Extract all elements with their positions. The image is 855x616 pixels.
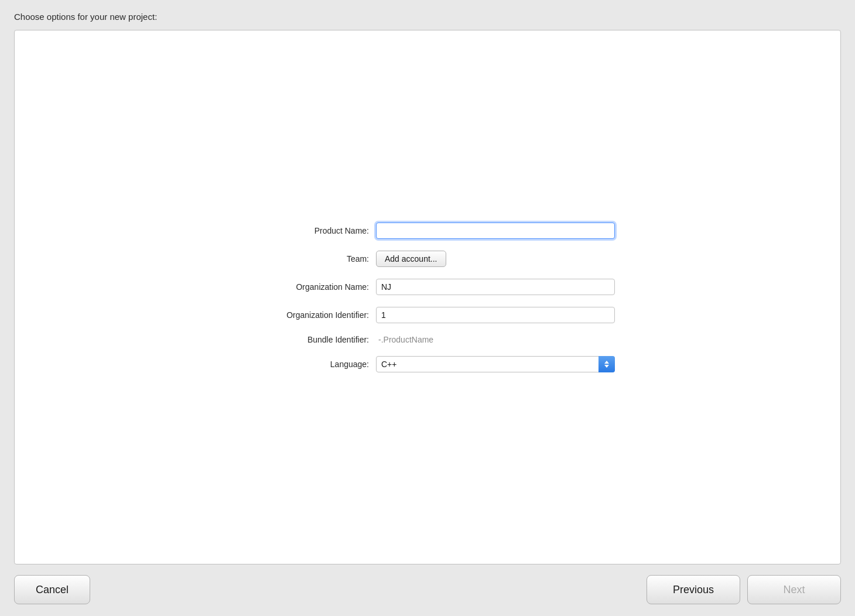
org-name-row: Organization Name: xyxy=(240,279,615,295)
product-name-input[interactable] xyxy=(376,223,615,239)
main-panel: Product Name: Team: Add account... Organ… xyxy=(14,30,841,564)
cancel-button[interactable]: Cancel xyxy=(14,575,90,604)
previous-button[interactable]: Previous xyxy=(647,575,740,604)
org-identifier-input[interactable] xyxy=(376,307,615,323)
org-name-label: Organization Name: xyxy=(240,282,369,292)
product-name-row: Product Name: xyxy=(240,223,615,239)
language-select[interactable]: Swift Objective-C C++ C xyxy=(376,356,615,372)
add-account-button[interactable]: Add account... xyxy=(376,251,446,267)
next-button[interactable]: Next xyxy=(747,575,841,604)
language-label: Language: xyxy=(240,360,369,369)
page-header: Choose options for your new project: xyxy=(14,12,841,22)
footer: Cancel Previous Next xyxy=(14,564,841,604)
product-name-label: Product Name: xyxy=(240,226,369,235)
org-name-input[interactable] xyxy=(376,279,615,295)
bundle-identifier-value: -.ProductName xyxy=(376,335,433,344)
org-identifier-row: Organization Identifier: xyxy=(240,307,615,323)
footer-right: Previous Next xyxy=(647,575,841,604)
bundle-identifier-label: Bundle Identifier: xyxy=(240,335,369,344)
bundle-identifier-row: Bundle Identifier: -.ProductName xyxy=(240,335,615,344)
form-container: Product Name: Team: Add account... Organ… xyxy=(240,223,615,372)
language-select-wrapper: Swift Objective-C C++ C xyxy=(376,356,615,372)
language-row: Language: Swift Objective-C C++ C xyxy=(240,356,615,372)
team-row: Team: Add account... xyxy=(240,251,615,267)
org-identifier-label: Organization Identifier: xyxy=(240,310,369,320)
team-label: Team: xyxy=(240,254,369,263)
